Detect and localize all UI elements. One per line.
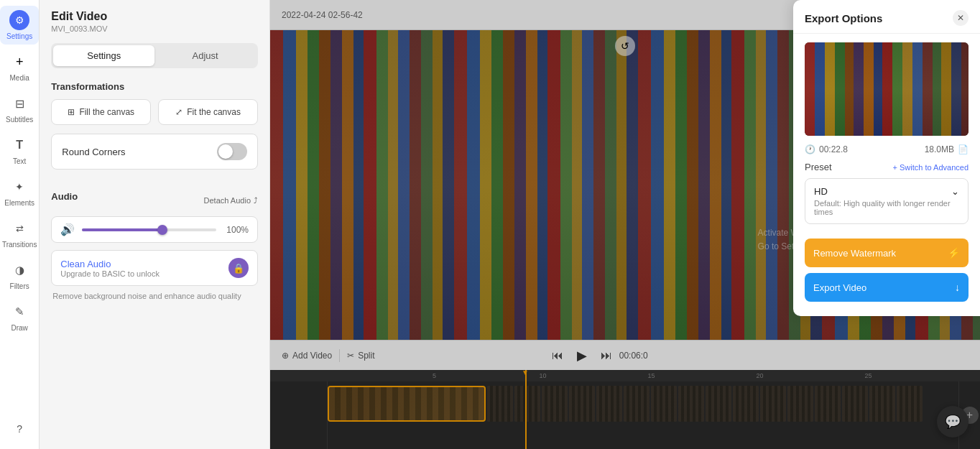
edit-tabs: Settings Adjust	[51, 43, 258, 68]
audio-title: Audio	[51, 191, 78, 202]
clean-audio-info: Clean Audio Upgrade to BASIC to unlock	[60, 259, 160, 278]
canvas-area: 2022-04-24 02-56-42 ← → Save ↺ Activate …	[270, 0, 980, 449]
sidebar-item-text[interactable]: T Text	[0, 131, 39, 170]
sidebar-item-filters-label: Filters	[10, 282, 29, 290]
clean-audio-title: Clean Audio	[60, 259, 160, 269]
fill-canvas-icon: ⊞	[68, 107, 75, 117]
download-icon: ↓	[955, 282, 960, 293]
media-icon: +	[9, 52, 29, 72]
panel-filename: MVI_0093.MOV	[51, 24, 258, 33]
export-video-button[interactable]: Export Video ↓	[805, 273, 969, 302]
settings-icon: ⚙	[9, 10, 29, 30]
draw-icon: ✎	[9, 302, 29, 322]
help-icon: ?	[9, 419, 29, 439]
subtitles-icon: ⊟	[9, 93, 29, 114]
elements-icon: ✦	[9, 177, 29, 197]
sidebar-item-draw-label: Draw	[11, 324, 27, 332]
sidebar-item-transitions[interactable]: ⇄ Transitions	[0, 214, 39, 253]
speaker-icon: 🔊	[60, 223, 75, 236]
preset-name: HD ⌄	[814, 186, 959, 197]
export-title: Export Options	[805, 12, 882, 24]
export-thumbnail	[805, 42, 969, 136]
filters-icon: ◑	[9, 260, 29, 280]
sidebar-item-filters[interactable]: ◑ Filters	[0, 256, 39, 295]
sidebar-item-media-label: Media	[10, 74, 29, 82]
sidebar-item-text-label: Text	[13, 157, 26, 165]
sidebar-item-subtitles[interactable]: ⊟ Subtitles	[0, 89, 39, 128]
clean-audio-card: Clean Audio Upgrade to BASIC to unlock 🔒	[51, 250, 258, 286]
round-corners-toggle[interactable]	[217, 143, 247, 160]
preset-label: Preset	[805, 162, 832, 172]
transformations-title: Transformations	[51, 81, 258, 92]
export-modal: Export Options ✕ 🕐 00:22.8 18.0MB 📄 Pres…	[793, 0, 980, 316]
preset-description: Default: High quality with longer render…	[814, 199, 959, 216]
export-thumb-image	[805, 42, 969, 136]
fit-canvas-button[interactable]: ⤢ Fit the canvas	[158, 99, 258, 125]
tab-settings[interactable]: Settings	[53, 45, 154, 66]
detach-icon: ⤴	[254, 196, 258, 205]
export-video-label: Export Video	[813, 282, 866, 293]
sidebar-item-subtitles-label: Subtitles	[6, 116, 33, 124]
preset-select[interactable]: HD ⌄ Default: High quality with longer r…	[805, 178, 969, 224]
duration-value: 00:22.8	[819, 144, 848, 154]
clean-audio-subtitle: Upgrade to BASIC to unlock	[60, 269, 160, 278]
sidebar-item-transitions-label: Transitions	[2, 241, 37, 249]
tab-adjust[interactable]: Adjust	[154, 45, 256, 66]
audio-section: Audio Detach Audio ⤴ 🔊 100% Clean Audio …	[40, 185, 269, 306]
volume-percent: 100%	[223, 225, 249, 235]
detach-audio-label: Detach Audio	[204, 196, 251, 205]
sidebar-item-settings-label: Settings	[6, 32, 32, 40]
fit-canvas-label: Fit the canvas	[187, 107, 241, 117]
panel-header: Edit Video MVI_0093.MOV	[40, 0, 269, 36]
lock-badge: 🔒	[228, 258, 249, 278]
sidebar-item-elements[interactable]: ✦ Elements	[0, 172, 39, 211]
transformations-section: Transformations ⊞ Fill the canvas ⤢ Fit …	[40, 75, 269, 185]
remove-watermark-label: Remove Watermark	[813, 248, 896, 259]
slider-fill	[82, 228, 162, 231]
sidebar-item-elements-label: Elements	[4, 199, 34, 207]
export-preset: Preset + Switch to Advanced HD ⌄ Default…	[793, 162, 980, 231]
sidebar-item-media[interactable]: + Media	[0, 47, 39, 86]
transitions-icon: ⇄	[9, 218, 29, 239]
detach-audio-button[interactable]: Detach Audio ⤴	[204, 196, 258, 205]
audio-header: Audio Detach Audio ⤴	[51, 191, 258, 209]
close-export-button[interactable]: ✕	[953, 10, 969, 26]
edit-panel: Edit Video MVI_0093.MOV Settings Adjust …	[40, 0, 270, 449]
lightning-icon: ⚡	[948, 247, 960, 259]
file-icon: 📄	[958, 144, 969, 154]
sidebar-item-draw[interactable]: ✎ Draw	[0, 297, 39, 336]
fill-canvas-button[interactable]: ⊞ Fill the canvas	[51, 99, 151, 125]
export-header: Export Options ✕	[793, 0, 980, 34]
export-duration: 🕐 00:22.8	[805, 144, 848, 154]
chevron-down-icon: ⌄	[951, 186, 959, 197]
audio-controls: 🔊 100%	[51, 216, 258, 243]
switch-to-advanced-button[interactable]: + Switch to Advanced	[893, 163, 969, 172]
text-icon: T	[9, 135, 29, 155]
clock-icon: 🕐	[805, 144, 815, 154]
remove-watermark-button[interactable]: Remove Watermark ⚡	[805, 239, 969, 267]
page-title: Edit Video	[51, 10, 258, 23]
sidebar: ⚙ Settings + Media ⊟ Subtitles T Text ✦ …	[0, 0, 40, 449]
fit-canvas-icon: ⤢	[175, 107, 182, 117]
file-size-value: 18.0MB	[925, 144, 954, 154]
round-corners-row: Round Corners	[51, 134, 258, 170]
clean-audio-desc: Remove background noise and enhance audi…	[51, 292, 258, 300]
export-preset-header: Preset + Switch to Advanced	[805, 162, 969, 172]
export-meta: 🕐 00:22.8 18.0MB 📄	[793, 144, 980, 162]
round-corners-label: Round Corners	[62, 147, 125, 157]
volume-slider[interactable]	[82, 228, 216, 231]
sidebar-item-settings[interactable]: ⚙ Settings	[0, 6, 39, 45]
export-size: 18.0MB 📄	[925, 144, 969, 154]
preset-name-text: HD	[814, 186, 828, 197]
slider-thumb	[157, 225, 167, 235]
sidebar-item-help[interactable]: ?	[0, 415, 39, 443]
transform-buttons: ⊞ Fill the canvas ⤢ Fit the canvas	[51, 99, 258, 125]
fill-canvas-label: Fill the canvas	[79, 107, 134, 117]
